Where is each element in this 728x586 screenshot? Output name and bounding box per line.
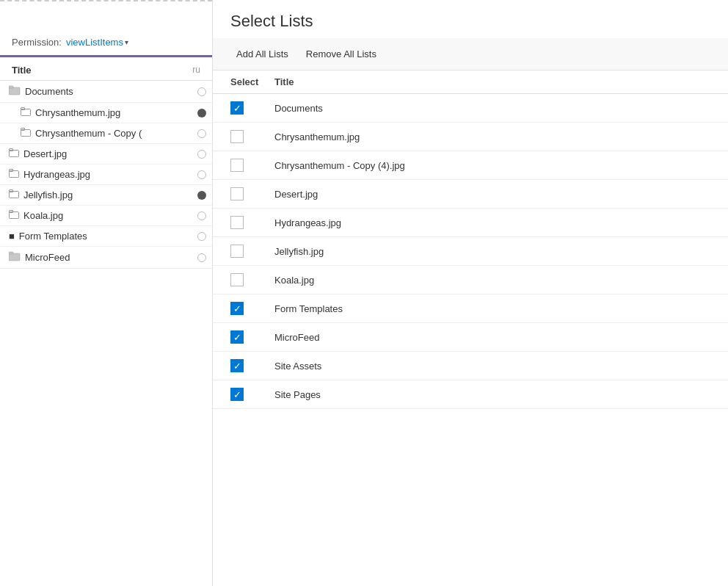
list-row: Chrysanthemum.jpg — [213, 123, 728, 151]
tree-item-label: Koala.jpg — [23, 210, 194, 221]
list-checkbox[interactable] — [230, 302, 244, 315]
list-row-title: Hydrangeas.jpg — [274, 217, 710, 228]
list-checkbox[interactable] — [230, 273, 244, 286]
tree-item[interactable]: Hydrangeas.jpg — [0, 164, 212, 185]
list-row-title: Chrysanthemum.jpg — [274, 131, 710, 142]
list-rows: DocumentsChrysanthemum.jpgChrysanthemum … — [213, 94, 728, 586]
page-title: Select Lists — [213, 0, 728, 38]
checkbox-cell — [230, 130, 274, 143]
list-row-title: Jellyfish.jpg — [274, 246, 710, 257]
checkbox-cell — [230, 187, 274, 200]
folder-small-icon — [9, 210, 19, 221]
list-checkbox[interactable] — [230, 159, 244, 172]
tree-item-indicator — [197, 170, 206, 179]
tree-item[interactable]: Documents — [0, 81, 212, 103]
checkbox-cell — [230, 302, 274, 315]
tree-item-label: Jellyfish.jpg — [23, 189, 194, 200]
tree-item-indicator — [197, 211, 206, 220]
tree-item[interactable]: Chrysanthemum.jpg — [0, 103, 212, 123]
tree-item-indicator — [197, 191, 206, 200]
list-checkbox[interactable] — [230, 245, 244, 258]
tree-header: Title ru — [0, 57, 212, 81]
tree-item[interactable]: MicroFeed — [0, 247, 212, 269]
tree-item-label: Desert.jpg — [23, 148, 194, 159]
tree-item-label: Chrysanthemum.jpg — [35, 107, 194, 118]
tree-item-label: Documents — [25, 86, 194, 97]
permission-value[interactable]: viewListItems ▾ — [66, 37, 128, 48]
tree-item-indicator — [197, 87, 206, 96]
tree-item[interactable]: Desert.jpg — [0, 144, 212, 164]
table-header: Select Title — [213, 70, 728, 94]
permission-value-text: viewListItems — [66, 37, 123, 48]
tree-item-indicator — [197, 253, 206, 262]
folder-icon — [9, 251, 21, 264]
svg-rect-0 — [9, 87, 20, 95]
tree-header-label: Title — [12, 65, 32, 76]
col-select-header: Select — [230, 76, 274, 87]
list-checkbox[interactable] — [230, 101, 244, 115]
tree-list: DocumentsChrysanthemum.jpgChrysanthemum … — [0, 81, 212, 586]
checkbox-cell — [230, 159, 274, 172]
checkbox-cell — [230, 273, 274, 286]
square-icon: ■ — [9, 231, 15, 242]
folder-icon — [9, 85, 21, 98]
list-checkbox[interactable] — [230, 388, 244, 401]
left-panel: Permission: viewListItems ▾ Title ru Doc… — [0, 0, 213, 586]
list-checkbox[interactable] — [230, 330, 244, 344]
right-panel: Select Lists Add All Lists Remove All Li… — [213, 0, 728, 586]
chevron-down-icon: ▾ — [125, 38, 128, 46]
tree-item-indicator — [197, 150, 206, 159]
list-row: Desert.jpg — [213, 180, 728, 209]
folder-small-icon — [21, 128, 31, 139]
list-row: Site Assets — [213, 352, 728, 380]
list-row: Jellyfish.jpg — [213, 237, 728, 266]
list-row: Koala.jpg — [213, 266, 728, 294]
tree-item-label: Chrysanthemum - Copy ( — [35, 128, 194, 139]
tree-item-label: Hydrangeas.jpg — [23, 169, 194, 180]
checkbox-cell — [230, 101, 274, 115]
tree-item-label: Form Templates — [19, 231, 194, 242]
list-row-title: Desert.jpg — [274, 189, 710, 200]
list-row: Hydrangeas.jpg — [213, 209, 728, 237]
tree-item-indicator — [197, 109, 206, 117]
list-row-title: Chrysanthemum - Copy (4).jpg — [274, 160, 710, 171]
tree-item[interactable]: Chrysanthemum - Copy ( — [0, 123, 212, 144]
folder-small-icon — [21, 107, 31, 118]
list-row: MicroFeed — [213, 323, 728, 352]
permission-label: Permission: — [12, 37, 62, 48]
list-checkbox[interactable] — [230, 216, 244, 229]
folder-small-icon — [9, 189, 19, 200]
checkbox-cell — [230, 245, 274, 258]
tree-item[interactable]: Jellyfish.jpg — [0, 185, 212, 206]
list-row: Form Templates — [213, 294, 728, 323]
permission-bar: Permission: viewListItems ▾ — [0, 29, 212, 57]
remove-all-lists-button[interactable]: Remove All Lists — [300, 46, 382, 62]
list-row: Documents — [213, 94, 728, 123]
tree-item-indicator — [197, 232, 206, 241]
svg-rect-14 — [9, 253, 20, 261]
checkbox-cell — [230, 216, 274, 229]
list-row-title: Form Templates — [274, 303, 710, 314]
checkbox-cell — [230, 359, 274, 372]
list-row: Site Pages — [213, 380, 728, 409]
list-checkbox[interactable] — [230, 130, 244, 143]
folder-small-icon — [9, 169, 19, 180]
tree-item-indicator — [197, 129, 206, 138]
list-row-title: Site Pages — [274, 389, 710, 400]
action-bar: Add All Lists Remove All Lists — [213, 38, 728, 70]
list-checkbox[interactable] — [230, 187, 244, 200]
tree-header-extra: ru — [192, 65, 200, 75]
checkbox-cell — [230, 330, 274, 344]
add-all-lists-button[interactable]: Add All Lists — [230, 46, 294, 62]
tree-item[interactable]: ■Form Templates — [0, 226, 212, 247]
list-row-title: Site Assets — [274, 361, 710, 372]
tree-item[interactable]: Koala.jpg — [0, 206, 212, 226]
list-row: Chrysanthemum - Copy (4).jpg — [213, 151, 728, 180]
list-checkbox[interactable] — [230, 359, 244, 372]
list-row-title: MicroFeed — [274, 332, 710, 343]
svg-rect-15 — [9, 252, 13, 254]
svg-rect-1 — [9, 86, 13, 88]
list-row-title: Koala.jpg — [274, 275, 710, 286]
col-title-header: Title — [274, 76, 710, 87]
folder-small-icon — [9, 148, 19, 159]
